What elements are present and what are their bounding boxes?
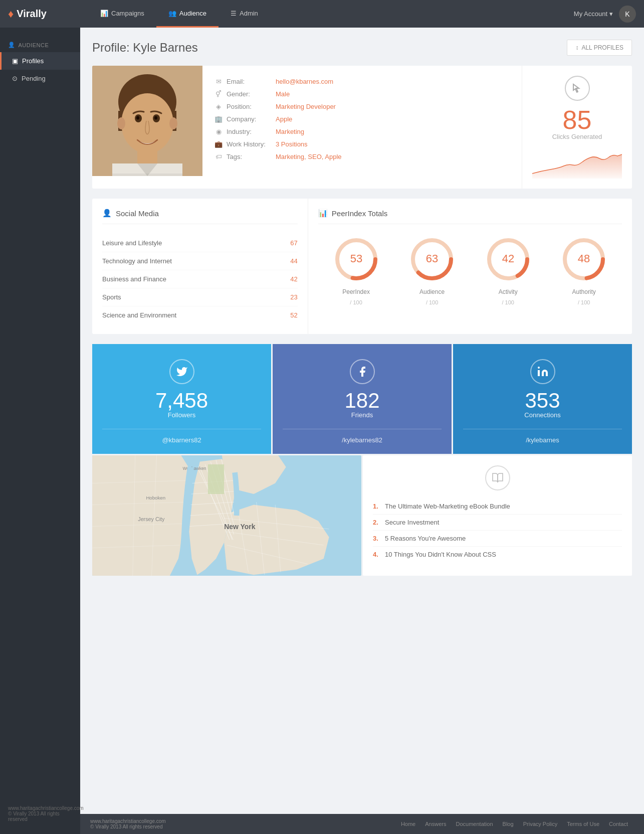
logo-icon: ♦ [8,8,14,21]
list-item: Sports 23 [102,288,298,306]
industry-icon: ◉ [214,128,223,135]
logo[interactable]: ♦ Virally [8,8,88,21]
footer-link-blog[interactable]: Blog [503,821,514,827]
audience-icon: 👥 [168,10,176,17]
clicks-label: Clicks Generated [552,133,602,140]
list-item: 2. Secure Investment [373,515,622,531]
twitter-label: Followers [168,411,196,419]
logo-text: Virally [17,8,47,20]
content-list: 1. The Ultimate Web-Marketing eBook Bund… [373,498,622,562]
social-media-icon: 👤 [102,209,112,218]
peerindex-circles: 53 PeerIndex / 100 63 Audience / 100 [318,234,622,305]
campaigns-icon: 📊 [100,10,108,17]
svg-text:53: 53 [350,252,362,265]
linkedin-tile: 353 Connections /kylebarnes [453,344,632,454]
clicks-cursor-icon [565,76,590,101]
sidebar-footer: www.haritagachristiancollege.com © Viral… [0,801,80,826]
facebook-icon [350,359,375,384]
company-icon: 🏢 [214,115,223,123]
svg-point-7 [154,116,157,120]
nav-campaigns[interactable]: 📊 Campaigns [88,0,156,28]
tag-icon: 🏷 [214,153,223,160]
sidebar-item-profiles[interactable]: ▣ Profiles [0,52,80,70]
bottom-row: New York Jersey City Weehawken Hoboken [92,455,632,576]
nav-audience[interactable]: 👥 Audience [156,0,219,28]
list-item: Technology and Internet 44 [102,252,298,270]
footer-link-home[interactable]: Home [401,821,415,827]
svg-text:63: 63 [426,252,438,265]
footer-link-privacy[interactable]: Privacy Policy [523,821,557,827]
sidebar: 👤 AUDIENCE ▣ Profiles ⊙ Pending www.hari… [0,28,80,834]
footer-links: Home Answers Documentation Blog Privacy … [397,821,632,827]
footer-link-docs[interactable]: Documentation [456,821,493,827]
svg-text:48: 48 [578,252,590,265]
profiles-list-icon: ↕ [575,44,578,51]
clicks-card: 85 Clicks Generated [522,66,632,189]
linkedin-handle: /kylebarnes [463,429,622,444]
work-history-field: 💼 Work History: 3 Positions [214,140,510,148]
peerindex-icon: 📊 [318,209,328,218]
list-item: Science and Environment 52 [102,306,298,324]
sidebar-item-pending[interactable]: ⊙ Pending [0,70,80,87]
top-nav: ♦ Virally 📊 Campaigns 👥 Audience ☰ Admin… [0,0,644,28]
pi-audience: 63 Audience / 100 [407,234,457,305]
svg-point-8 [117,117,125,129]
social-peerindex-section: 👤 Social Media Leisure and Lifestyle 67 … [92,199,632,334]
social-media-header: 👤 Social Media [102,209,298,224]
twitter-handle: @kbarners82 [102,429,261,444]
social-media-section: 👤 Social Media Leisure and Lifestyle 67 … [92,199,308,334]
clicks-number: 85 [563,107,592,133]
facebook-label: Friends [351,411,373,419]
pending-icon: ⊙ [12,75,18,82]
content-section: 1. The Ultimate Web-Marketing eBook Bund… [363,455,632,576]
position-field: ◈ Position: Marketing Developer [214,103,510,110]
admin-icon: ☰ [231,10,237,17]
svg-point-6 [136,116,139,120]
svg-text:Hoboken: Hoboken [146,495,165,501]
pi-peerindex-chart: 53 [331,234,381,284]
list-item: Leisure and Lifestyle 67 [102,234,298,252]
footer-copyright: www.haritagachristiancollege.com © Viral… [90,818,166,829]
pi-authority-chart: 48 [559,234,609,284]
my-account[interactable]: My Account ▾ [574,10,613,18]
avatar[interactable]: K [619,6,636,23]
facebook-tile: 182 Friends /kylebarnes82 [273,344,452,454]
facebook-count: 182 [344,390,379,411]
nav-right: My Account ▾ K [574,6,636,23]
list-item: 4. 10 Things You Didn't Know About CSS [373,547,622,562]
gender-icon: ⚥ [214,90,223,98]
svg-point-9 [169,117,177,129]
svg-rect-55 [208,464,224,494]
industry-field: ◉ Industry: Marketing [214,128,510,135]
peerindex-header: 📊 PeerIndex Totals [318,209,622,224]
twitter-tile: 7,458 Followers @kbarners82 [92,344,271,454]
audience-section-icon: 👤 [8,42,16,48]
pi-activity: 42 Activity / 100 [483,234,533,305]
gender-field: ⚥ Gender: Male [214,90,510,98]
twitter-count: 7,458 [155,390,208,411]
profile-card: ✉ Email: hello@kbarnes.com ⚥ Gender: Mal… [92,66,632,189]
footer-link-answers[interactable]: Answers [425,821,446,827]
profiles-icon: ▣ [12,57,18,65]
main-content: Profile: Kyle Barnes ↕ ALL PROFILES [80,28,644,814]
sidebar-section-title: 👤 AUDIENCE [0,36,80,52]
footer-link-terms[interactable]: Terms of Use [567,821,599,827]
chevron-down-icon: ▾ [609,10,613,18]
all-profiles-button[interactable]: ↕ ALL PROFILES [567,40,632,56]
list-item: 3. 5 Reasons You're Awesome [373,531,622,547]
svg-text:Weehawken: Weehawken [182,466,206,471]
map-section: New York Jersey City Weehawken Hoboken [92,455,361,576]
nav-admin[interactable]: ☰ Admin [219,0,270,28]
svg-text:Jersey City: Jersey City [138,516,165,522]
linkedin-label: Connections [524,411,560,419]
list-item: 1. The Ultimate Web-Marketing eBook Bund… [373,498,622,515]
footer-link-contact[interactable]: Contact [609,821,628,827]
list-item: Business and Finance 42 [102,270,298,288]
social-tiles: 7,458 Followers @kbarners82 182 Friends … [92,344,632,454]
profile-photo [92,66,202,176]
pi-authority: 48 Authority / 100 [559,234,609,305]
clicks-sparkline [532,148,622,179]
email-field: ✉ Email: hello@kbarnes.com [214,78,510,85]
tags-field: 🏷 Tags: Marketing, SEO, Apple [214,153,510,160]
svg-text:42: 42 [502,252,514,265]
